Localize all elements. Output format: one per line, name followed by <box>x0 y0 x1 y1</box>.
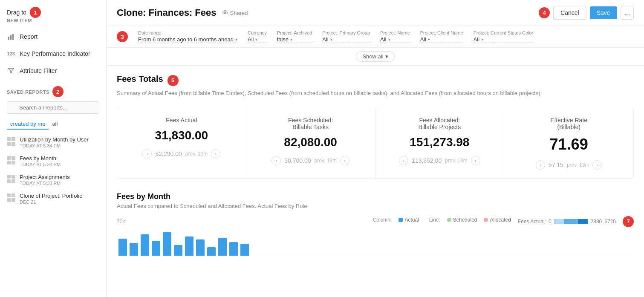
report-grid-icon-1 <box>7 156 15 164</box>
currency-label: Currency <box>248 30 267 35</box>
prev-arrow-right-0[interactable]: › <box>211 149 220 159</box>
badge-3: 3 <box>117 31 128 42</box>
badge-5: 5 <box>167 75 179 86</box>
filter-project-archived[interactable]: Project: Archived false ▾ <box>277 30 312 43</box>
project-client-name-value[interactable]: All ▾ <box>420 36 463 43</box>
fees-actual-max: 6720 <box>604 219 616 225</box>
project-primary-group-value[interactable]: All ▾ <box>322 36 370 43</box>
prev-arrow-right-3[interactable]: › <box>592 160 602 170</box>
actual-label: Actual <box>404 217 419 223</box>
chevron-down-icon: ▾ <box>255 37 257 42</box>
report-time-2: TODAY AT 5:33 PM <box>20 181 99 186</box>
fees-actual-legend-label: Fees Actual: <box>518 219 546 225</box>
report-time-0: TODAY AT 5:34 PM <box>20 143 99 148</box>
chevron-down-icon: ▾ <box>235 37 237 42</box>
list-item[interactable]: Utilization by Month by User TODAY AT 5:… <box>0 133 106 152</box>
sidebar-item-report[interactable]: Report <box>0 28 106 45</box>
stat-value-2: 151,273.98 <box>386 136 494 149</box>
chart-bar <box>174 245 182 256</box>
save-button[interactable]: Save <box>590 6 617 19</box>
filter-project-client-name[interactable]: Project: Client Name All ▾ <box>420 30 463 43</box>
report-name-0: Utilization by Month by User <box>20 136 99 143</box>
report-time-1: TODAY AT 5:34 PM <box>20 162 99 167</box>
chart-area <box>117 231 634 256</box>
chart-bar <box>240 244 249 256</box>
main-body: Fees Totals 5 Summary of Actual Fees (fr… <box>107 66 644 297</box>
chart-bar <box>141 234 149 256</box>
more-button[interactable]: ... <box>621 6 634 20</box>
stat-label-3: Effective Rate(Billable) <box>514 117 623 130</box>
prev-arrow-right-1[interactable]: › <box>340 156 349 165</box>
fees-by-month-desc: Actual Fees compared to Scheduled and Al… <box>117 203 634 209</box>
project-name-label: Project: Name <box>380 30 410 35</box>
prev-arrow-left-3[interactable]: ‹ <box>536 160 545 170</box>
project-archived-value[interactable]: false ▾ <box>277 36 312 43</box>
list-item[interactable]: Fees by Month TODAY AT 5:34 PM <box>0 152 106 170</box>
prev-arrow-left-2[interactable]: ‹ <box>399 156 408 165</box>
svg-point-5 <box>224 11 226 13</box>
filter-project-primary-group[interactable]: Project: Primary Group All ▾ <box>322 30 370 43</box>
stat-value-3: 71.69 <box>514 136 623 153</box>
chevron-down-icon: ▾ <box>388 37 390 42</box>
stat-fees-allocated: Fees Allocated:Billable Projects 151,273… <box>375 108 505 178</box>
line-label: Line: <box>429 217 440 223</box>
scheduled-color-dot <box>447 218 451 222</box>
filter-project-name[interactable]: Project: Name All ▾ <box>380 30 410 43</box>
date-range-label: Date range <box>138 30 237 35</box>
fees-totals-desc: Summary of Actual Fees (from billable Ti… <box>117 89 634 98</box>
chevron-down-icon: ▾ <box>330 37 332 42</box>
stat-prev-label-2: prev. 13m <box>445 158 467 164</box>
bar-chart-icon <box>7 32 15 41</box>
fees-by-month-section: Fees by Month Actual Fees compared to Sc… <box>117 192 634 256</box>
filters-bar: 3 Date range From 6 months ago to 6 mont… <box>107 26 644 48</box>
sidebar-item-filter-label: Attribute Filter <box>20 67 57 74</box>
stat-fees-scheduled: Fees Scheduled:Billable Tasks 82,080.00 … <box>246 108 375 178</box>
stat-effective-rate: Effective Rate(Billable) 71.69 ‹ 57.15 p… <box>504 108 633 178</box>
search-input[interactable] <box>7 101 99 114</box>
chevron-down-icon: ▾ <box>290 37 292 42</box>
cancel-button[interactable]: Cancel <box>553 6 586 20</box>
filter-project-status-color[interactable]: Project: Current Status Color All ▾ <box>474 30 534 43</box>
show-all-button[interactable]: Show all ▾ <box>356 51 394 62</box>
svg-rect-1 <box>10 35 12 40</box>
allocated-color-dot <box>484 218 488 222</box>
chart-bar <box>152 241 160 256</box>
project-status-color-value[interactable]: All ▾ <box>474 36 534 43</box>
badge-4: 4 <box>539 7 550 18</box>
badge-1: 1 <box>30 7 41 18</box>
report-name-1: Fees by Month <box>20 155 99 161</box>
prev-arrow-left-0[interactable]: ‹ <box>142 149 152 159</box>
sidebar-item-attribute-filter[interactable]: Attribute Filter <box>0 62 106 79</box>
filter-currency[interactable]: Currency All ▾ <box>248 30 267 43</box>
drag-area: Drag to 1 NEW ITEM <box>0 0 106 26</box>
tab-all[interactable]: all <box>49 119 61 130</box>
chart-bar <box>118 239 127 256</box>
report-grid-icon-0 <box>7 137 15 146</box>
main-content: Clone: Finances: Fees Shared 4 Cancel Sa… <box>107 0 644 297</box>
sidebar-item-report-label: Report <box>20 33 38 40</box>
report-name-2: Project Assignments <box>20 174 99 180</box>
sidebar-item-kpi[interactable]: 123 Key Performance Indicator <box>0 45 106 62</box>
badge-2: 2 <box>52 86 64 97</box>
chevron-down-icon: ▾ <box>428 37 430 42</box>
list-item[interactable]: Project Assignments TODAY AT 5:33 PM <box>0 170 106 189</box>
tab-created-by-me[interactable]: created by me <box>7 119 49 130</box>
column-label: Column: <box>373 217 392 223</box>
prev-arrow-right-2[interactable]: › <box>471 156 480 165</box>
chart-bar <box>207 247 216 256</box>
chart-bar <box>163 232 171 256</box>
shared-icon <box>222 9 228 16</box>
project-name-value[interactable]: All ▾ <box>380 36 410 43</box>
currency-value[interactable]: All ▾ <box>248 36 267 43</box>
chart-bar <box>229 242 238 256</box>
filter-date-range[interactable]: Date range From 6 months ago to 6 months… <box>138 30 237 43</box>
shared-badge: Shared <box>222 9 248 16</box>
date-range-value[interactable]: From 6 months ago to 6 months ahead ▾ <box>138 36 237 43</box>
sidebar: Drag to 1 NEW ITEM Report 123 Key Perfor… <box>0 0 107 297</box>
legend-allocated: Allocated <box>484 217 511 223</box>
chart-legend: Column: Actual Line: Scheduled Alloc <box>373 217 511 223</box>
list-item[interactable]: Clone of Project: Portfolio DEC 21 <box>0 189 106 208</box>
y-axis-label: 70k <box>117 219 125 225</box>
sidebar-nav: Report 123 Key Performance Indicator Att… <box>0 26 106 81</box>
prev-arrow-left-1[interactable]: ‹ <box>271 156 281 165</box>
